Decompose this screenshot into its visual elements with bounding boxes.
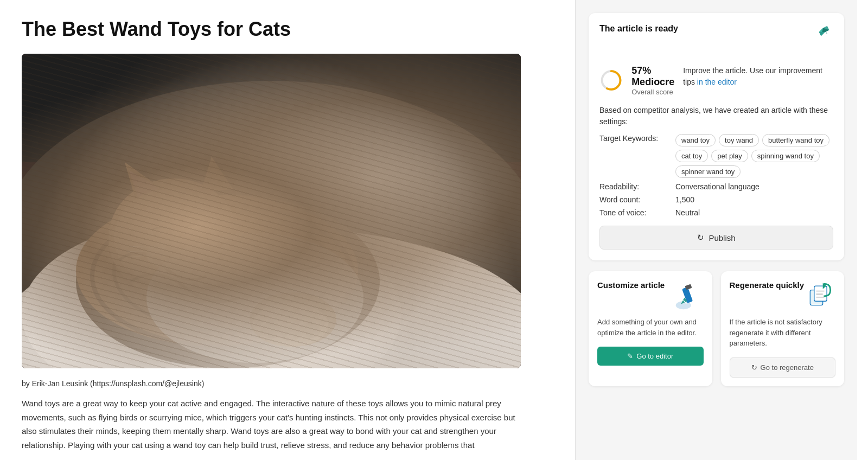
score-info: 57% Mediocre Overall score (631, 65, 674, 96)
svg-point-22 (252, 303, 328, 347)
svg-point-5 (76, 195, 380, 368)
score-value: 57% Mediocre (631, 65, 674, 88)
paper-plane-icon (801, 24, 833, 56)
svg-marker-10 (125, 162, 163, 200)
svg-rect-1 (22, 54, 521, 162)
customize-card-header: Customize article (597, 280, 704, 310)
keyword-tag: wand toy (675, 134, 716, 146)
svg-line-19 (187, 250, 231, 252)
regenerate-card: Regenerate quickly If the article is not… (721, 271, 845, 386)
go-to-regenerate-button[interactable]: ↻ Go to regenerate (730, 357, 836, 378)
publish-icon: ↻ (697, 233, 704, 242)
score-description: Improve the article. Use our improvement… (683, 65, 833, 88)
editor-btn-icon: ✎ (627, 352, 633, 360)
keywords-container: wand toytoy wandbutterfly wand toycat to… (675, 134, 833, 178)
score-sublabel: Overall score (631, 88, 674, 96)
customize-title: Customize article (597, 280, 665, 291)
target-keywords-row: Target Keywords: wand toytoy wandbutterf… (599, 134, 833, 178)
keyword-tag: cat toy (675, 150, 708, 162)
keyword-tag: toy wand (719, 134, 759, 146)
customize-description: Add something of your own and optimize t… (597, 317, 704, 338)
word-count-value: 1,500 (675, 195, 694, 204)
editor-link[interactable]: in the editor (697, 78, 737, 86)
score-section: 57% Mediocre Overall score Improve the a… (599, 65, 833, 96)
regenerate-card-header: Regenerate quickly (730, 280, 836, 310)
svg-point-27 (130, 216, 293, 303)
tone-row: Tone of voice: Neutral (599, 208, 833, 217)
tone-value: Neutral (675, 208, 700, 217)
svg-line-15 (130, 246, 165, 248)
svg-point-2 (22, 81, 521, 368)
cat-photo (22, 54, 521, 368)
article-image (22, 54, 521, 368)
svg-point-3 (22, 227, 521, 368)
keyword-tag: spinning wand toy (751, 150, 820, 162)
regenerate-icon (805, 280, 835, 310)
keyword-tag: spinner wand toy (675, 165, 741, 178)
regenerate-btn-icon: ↻ (751, 363, 757, 372)
regenerate-description: If the article is not satisfactory regen… (730, 317, 836, 349)
svg-point-13 (114, 189, 222, 287)
svg-point-14 (172, 243, 181, 250)
svg-marker-12 (201, 157, 233, 192)
regenerate-title: Regenerate quickly (730, 280, 805, 291)
article-title: The Best Wand Toys for Cats (22, 17, 553, 41)
readability-value: Conversational language (675, 182, 760, 191)
regenerate-btn-label: Go to regenerate (761, 363, 814, 372)
settings-description: Based on competitor analysis, we have cr… (599, 105, 833, 127)
article-body: Wand toys are a great way to keep your c… (22, 397, 521, 452)
svg-point-8 (114, 211, 331, 330)
left-panel: The Best Wand Toys for Cats (0, 0, 575, 460)
svg-line-17 (130, 253, 165, 257)
svg-point-7 (92, 206, 353, 347)
publish-button[interactable]: ↻ Publish (599, 226, 833, 250)
svg-point-4 (22, 216, 401, 368)
card-title: The article is ready (599, 24, 678, 34)
svg-line-18 (187, 245, 228, 248)
word-count-row: Word count: 1,500 (599, 195, 833, 204)
go-to-editor-button[interactable]: ✎ Go to editor (597, 347, 704, 366)
card-header: The article is ready (599, 24, 833, 56)
svg-point-24 (279, 325, 301, 341)
svg-point-20 (146, 233, 363, 363)
keyword-tag: pet play (711, 150, 748, 162)
right-panel: The article is ready 57% Mediocre Overal… (575, 0, 857, 460)
word-count-label: Word count: (599, 195, 670, 204)
editor-btn-label: Go to editor (636, 352, 673, 360)
svg-point-25 (298, 322, 320, 338)
keywords-label: Target Keywords: (599, 134, 670, 143)
publish-label: Publish (709, 233, 735, 242)
svg-point-9 (108, 178, 239, 298)
svg-rect-37 (814, 286, 827, 301)
bottom-cards: Customize article Add something of your … (589, 271, 844, 386)
svg-point-21 (250, 292, 336, 347)
svg-point-6 (76, 195, 358, 347)
image-credit: by Erik-Jan Leusink (https://unsplash.co… (22, 379, 553, 388)
readability-row: Readability: Conversational language (599, 182, 833, 191)
tone-label: Tone of voice: (599, 208, 670, 217)
score-ring (596, 68, 627, 92)
svg-line-16 (127, 250, 165, 252)
svg-rect-0 (22, 54, 521, 368)
keyword-tag: butterfly wand toy (762, 134, 829, 146)
svg-point-26 (146, 238, 212, 271)
svg-point-23 (260, 322, 282, 338)
article-ready-card: The article is ready 57% Mediocre Overal… (589, 13, 844, 260)
customize-card: Customize article Add something of your … (589, 271, 712, 386)
svg-marker-11 (129, 170, 160, 199)
readability-label: Readability: (599, 182, 670, 191)
customize-icon (673, 280, 704, 310)
